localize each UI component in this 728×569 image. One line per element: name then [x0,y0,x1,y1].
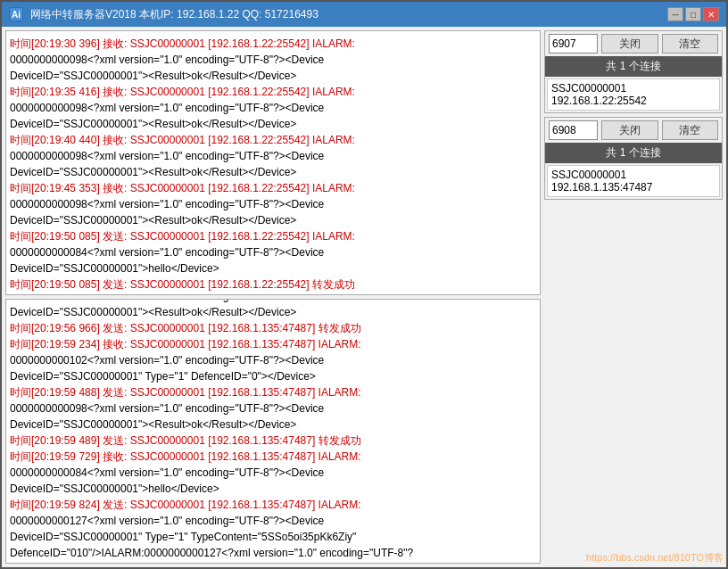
log-line: DefenceID="010"/>IALARM:0000000000127<?x… [10,545,536,561]
log-line: DeviceID="SSJC00000001"><Result>ok</Resu… [10,164,536,180]
log-line: DeviceID="SSJC00000001" Type="1" Defence… [10,368,536,384]
log-line: DeviceID="SSJC00000001"><Result>ok</Resu… [10,304,536,320]
log-line: 0000000000102<?xml version="1.0" encodin… [10,352,536,368]
title-bar-left: Ai 网络中转服务器V2018 本机IP: 192.168.1.22 QQ: 5… [9,7,318,22]
right-panel-2-top: 关闭 清空 [545,118,722,143]
app-icon: Ai [9,7,23,21]
close-btn-2[interactable]: 关闭 [601,120,658,140]
right-panels: 关闭 清空 共 1 个连接 SSJC00000001 192.168.1.22:… [544,30,723,564]
clear-btn-1[interactable]: 清空 [662,34,719,54]
log-line: DeviceID="SSJC00000001" Type="1" TypeCon… [10,529,536,545]
restore-button[interactable]: □ [685,7,701,21]
log-line: 时间[20:19:40 440] 接收: SSJC00000001 [192.1… [10,132,536,148]
log-line: DeviceID="SSJC00000001"><Result>ok</Resu… [10,68,536,84]
close-button[interactable]: ✕ [703,7,719,21]
log-line: 0000000000098<?xml version="1.0" encodin… [10,52,536,68]
app-window: Ai 网络中转服务器V2018 本机IP: 192.168.1.22 QQ: 5… [0,0,728,569]
log-line: 0000000000098<?xml version="1.0" encodin… [10,196,536,212]
port-input-2[interactable] [549,120,598,140]
log-line: DeviceID="SSJC00000001"><Result>ok</Resu… [10,212,536,228]
log-line: 时间[20:19:59 489] 发送: SSJC00000001 [192.1… [10,433,536,449]
title-bar: Ai 网络中转服务器V2018 本机IP: 192.168.1.22 QQ: 5… [2,2,726,27]
log-line: 时间[20:19:45 353] 接收: SSJC00000001 [192.1… [10,180,536,196]
minimize-button[interactable]: ─ [667,7,683,21]
log-panel-1[interactable]: DeviceID="SSJC00000001"><Result>ok</Resu… [5,30,541,295]
main-content: DeviceID="SSJC00000001"><Result>ok</Resu… [2,27,726,567]
log-line: 时间[20:19:59 234] 接收: SSJC00000001 [192.1… [10,336,536,352]
log-line: 时间[20:19:56 966] 发送: SSJC00000001 [192.1… [10,320,536,336]
log-panels: DeviceID="SSJC00000001"><Result>ok</Resu… [5,30,541,564]
log-line: DeviceID="SSJC00000001"><Result>ok</Resu… [10,116,536,132]
log-line: DeviceID="SSJC00000001">hello</Device> [10,260,536,276]
log-line: 0000000000084<?xml version="1.0" encodin… [10,244,536,260]
log-line: DeviceID="SSJC00000001"><Result>ok</Resu… [10,416,536,433]
right-panel-1: 关闭 清空 共 1 个连接 SSJC00000001 192.168.1.22:… [544,30,723,113]
right-panel-2: 关闭 清空 共 1 个连接 SSJC00000001 192.168.1.135… [544,117,723,200]
port-input-1[interactable] [549,34,598,54]
log-line: 0000000000098<?xml version="1.0" encodin… [10,400,536,416]
log-line: 0000000000084<?xml version="1.0" encodin… [10,465,536,481]
title-text: 网络中转服务器V2018 本机IP: 192.168.1.22 QQ: 5172… [30,7,318,22]
log-line: 0000000000127<?xml version="1.0" encodin… [10,513,536,529]
log-line: 时间[20:19:59 729] 接收: SSJC00000001 [192.1… [10,449,536,465]
log-line: 时间[20:19:30 396] 接收: SSJC00000001 [192.1… [10,36,536,52]
title-controls: ─ □ ✕ [667,7,719,21]
log-line: 时间[20:19:50 085] 发送: SSJC00000001 [192.1… [10,276,536,293]
close-btn-1[interactable]: 关闭 [601,34,658,54]
log-panel-2[interactable]: 0000000000098<?xml version="1.0" encodin… [5,299,541,564]
log-line: 时间[20:19:59 488] 发送: SSJC00000001 [192.1… [10,384,536,400]
log-line: 时间[20:19:35 416] 接收: SSJC00000001 [192.1… [10,84,536,100]
connection-header-2: 共 1 个连接 [545,143,722,163]
connection-header-1: 共 1 个连接 [545,56,722,77]
right-panel-1-top: 关闭 清空 [545,31,722,56]
log-line: 0000000000098<?xml version="1.0" encodin… [10,148,536,164]
log-line: 时间[20:19:50 085] 发送: SSJC00000001 [192.1… [10,228,536,244]
connection-list-2: SSJC00000001 192.168.1.135:47487 [547,165,720,197]
log-line: 时间[20:19:59 824] 发送: SSJC00000001 [192.1… [10,497,536,513]
log-line: DeviceID="SSJC00000001">hello</Device> [10,481,536,497]
connection-list-1: SSJC00000001 192.168.1.22:25542 [547,78,720,111]
clear-btn-2[interactable]: 清空 [662,120,719,140]
log-line: 0000000000098<?xml version="1.0" encodin… [10,100,536,116]
